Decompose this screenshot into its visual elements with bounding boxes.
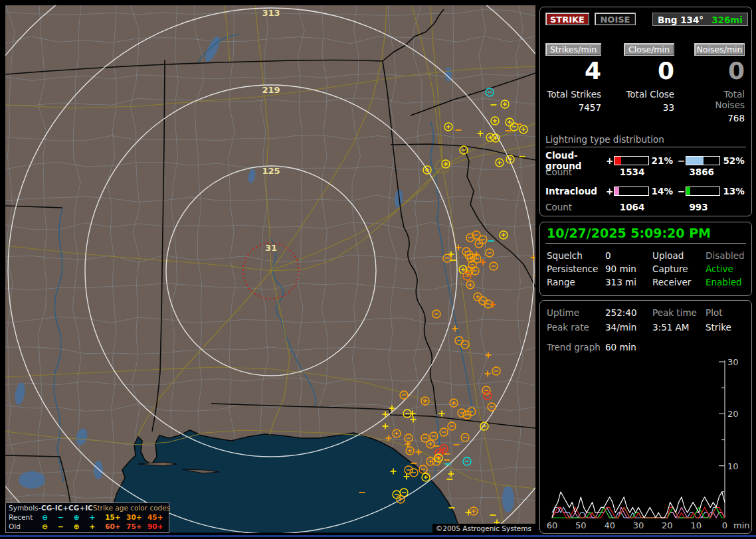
- cg-negative-count: 3866: [679, 167, 749, 177]
- uptime-row: Uptime 252:40 Peak time Plot: [547, 307, 747, 318]
- intracloud-row: Intracloud + 14% − 13%: [545, 186, 749, 196]
- squelch-value: 0: [605, 250, 652, 261]
- cg-positive-pct: 21%: [649, 155, 678, 166]
- circle-minus-icon: ⊖: [37, 512, 53, 522]
- map-legend: Symbols -CG -IC +CG +IC Strike age color…: [5, 502, 169, 533]
- close-per-min-chip: Close/min: [624, 43, 674, 56]
- svg-text:20: 20: [662, 520, 673, 530]
- plot-mode-value: Strike: [706, 322, 747, 333]
- range-value: 313 mi: [605, 277, 652, 287]
- svg-text:30: 30: [727, 357, 739, 367]
- receiver-status: Enabled: [706, 277, 747, 287]
- legend-col-pos-ic: +IC: [79, 503, 92, 512]
- receiver-label: Receiver: [652, 277, 706, 287]
- cloud-ground-count-row: Count 1534 3866: [545, 167, 749, 177]
- capture-label: Capture: [652, 264, 706, 274]
- total-close-label: Total Close: [624, 89, 674, 100]
- divider: [545, 243, 746, 244]
- distribution-title: Lightning type distribution: [545, 134, 746, 147]
- range-label: Range: [547, 277, 605, 287]
- status-panel: 10/27/2025 5:09:20 PM Squelch 0 Upload D…: [539, 222, 752, 296]
- range-row: Range 313 mi Receiver Enabled: [547, 277, 747, 287]
- noises-per-min-column: Noises/min 0 Total Noises 768: [694, 7, 745, 123]
- age-code-90: 90+: [147, 522, 169, 531]
- window-bottom-edge: [0, 535, 756, 537]
- svg-text:20: 20: [727, 409, 739, 419]
- cg-positive-count: 1534: [610, 167, 680, 177]
- ic-negative-bar: [686, 187, 721, 196]
- upload-status: Disabled: [706, 250, 747, 261]
- plot-label: Plot: [706, 307, 747, 318]
- peak-rate-label: Peak rate: [547, 322, 605, 333]
- count-label: Count: [545, 167, 610, 177]
- peak-rate-row: Peak rate 34/min 3:51 AM Strike: [547, 322, 747, 333]
- peak-rate-value: 34/min: [605, 322, 652, 333]
- squelch-label: Squelch: [547, 250, 605, 261]
- map-view[interactable]: 31321912531 Symbols -CG -IC +CG +IC Stri…: [5, 5, 535, 533]
- noises-per-min-value: 0: [694, 58, 745, 84]
- svg-text:min: min: [733, 520, 750, 530]
- ic-positive-pct: 14%: [649, 186, 678, 196]
- legend-old-row: Old ⊖ − ⊕ + 60+ 75+ 90+: [6, 522, 169, 531]
- circle-minus-icon: ⊖: [37, 522, 53, 531]
- strikes-per-min-column: Strikes/min 4 Total Strikes 7457: [545, 7, 601, 113]
- trend-graph: 1020306050403020100min: [542, 357, 751, 532]
- ring-label-219: 219: [262, 85, 280, 95]
- minus-icon: −: [53, 522, 69, 531]
- peak-time-label: Peak time: [652, 307, 706, 318]
- map-canvas: 31321912531: [5, 5, 535, 533]
- capture-status: Active: [706, 264, 747, 274]
- svg-text:60: 60: [547, 520, 558, 530]
- persistence-label: Persistence: [547, 264, 605, 274]
- legend-age-title: Strike age color codes: [93, 503, 170, 512]
- plus-sign: +: [605, 186, 613, 196]
- close-per-min-column: Close/min 0 Total Close 33: [624, 7, 674, 113]
- circle-plus-icon: ⊕: [68, 512, 84, 522]
- total-strikes-label: Total Strikes: [545, 89, 601, 100]
- ic-negative-count: 993: [679, 202, 749, 212]
- datetime-display: 10/27/2025 5:09:20 PM: [547, 226, 711, 240]
- svg-text:10: 10: [690, 520, 702, 530]
- legend-col-pos-cg: +CG: [62, 503, 79, 512]
- trend-graph-window: 60 min: [605, 342, 652, 352]
- legend-col-neg-cg: -CG: [39, 503, 52, 512]
- legend-header-row: Symbols -CG -IC +CG +IC Strike age color…: [6, 503, 169, 512]
- trend-graph-row: Trend graph 60 min: [547, 342, 747, 352]
- ring-label-125: 125: [262, 166, 280, 176]
- close-per-min-value: 0: [624, 58, 674, 84]
- uptime-value: 252:40: [605, 307, 652, 318]
- ring-label-313: 313: [262, 8, 280, 18]
- intracloud-count-row: Count 1064 993: [545, 202, 749, 212]
- squelch-row: Squelch 0 Upload Disabled: [547, 250, 747, 261]
- cg-positive-bar: [614, 156, 649, 165]
- total-strikes-value: 7457: [545, 102, 601, 113]
- trend-series-Total strikes: [552, 492, 725, 518]
- age-code-15: 15+: [105, 512, 126, 522]
- minus-icon: −: [53, 512, 69, 522]
- svg-text:10: 10: [727, 461, 739, 471]
- legend-symbols-label: Symbols: [6, 503, 39, 512]
- ic-positive-count: 1064: [610, 202, 680, 212]
- minus-sign: −: [677, 155, 685, 166]
- plus-sign: +: [605, 155, 613, 166]
- ring-label-31: 31: [265, 243, 277, 253]
- age-code-60: 60+: [105, 522, 126, 531]
- strikes-per-min-chip: Strikes/min: [545, 43, 601, 56]
- age-code-30: 30+: [126, 512, 147, 522]
- persistence-row: Persistence 90 min Capture Active: [547, 264, 747, 274]
- peak-time-value: 3:51 AM: [652, 322, 706, 333]
- age-code-45: 45+: [147, 512, 169, 522]
- cg-negative-bar: [686, 156, 721, 165]
- age-code-75: 75+: [126, 522, 147, 531]
- svg-text:30: 30: [633, 520, 644, 530]
- noises-per-min-chip: Noises/min: [694, 43, 745, 56]
- cg-negative-pct: 52%: [720, 155, 749, 166]
- total-noises-value: 768: [694, 113, 745, 123]
- svg-text:0: 0: [722, 520, 727, 530]
- legend-old-label: Old: [6, 522, 37, 531]
- plus-icon: +: [84, 512, 100, 522]
- svg-text:40: 40: [604, 520, 615, 530]
- minus-sign: −: [677, 186, 685, 196]
- legend-recent-label: Recent: [6, 512, 37, 522]
- copyright-notice: ©2005 Astrogenic Systems: [432, 524, 535, 533]
